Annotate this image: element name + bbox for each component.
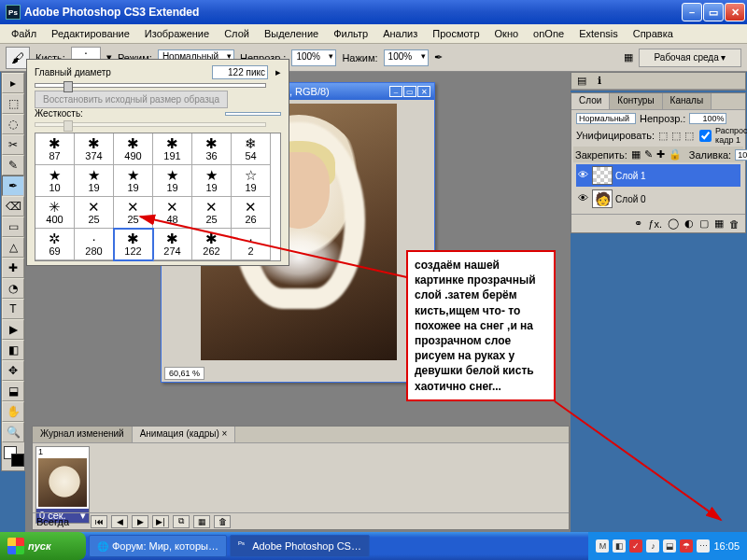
airbrush-icon[interactable]: ✒: [434, 51, 443, 63]
delete-frame-button[interactable]: 🗑: [214, 515, 231, 528]
menu-onOne[interactable]: onOne: [526, 25, 571, 42]
loop-select[interactable]: Всегда: [36, 516, 87, 527]
menu-Изображение[interactable]: Изображение: [137, 25, 217, 42]
brush-preset[interactable]: ★19: [75, 165, 114, 197]
layer-row[interactable]: 👁🧑Слой 0: [576, 188, 740, 210]
menu-Extensis[interactable]: Extensis: [571, 25, 626, 42]
tool-0[interactable]: ▸: [2, 73, 24, 93]
lock-transparent-icon[interactable]: ▦: [631, 148, 641, 161]
zoom-status[interactable]: 60,61 %: [164, 367, 204, 380]
opacity-input[interactable]: 100%: [291, 49, 336, 66]
brush-preset[interactable]: ☆19: [232, 165, 271, 197]
diameter-value[interactable]: 122 пикс: [212, 65, 268, 79]
workspace-select[interactable]: Рабочая среда ▾: [639, 49, 741, 67]
layer-opacity-input[interactable]: 100%: [689, 113, 726, 124]
trash-icon[interactable]: 🗑: [729, 218, 740, 230]
lock-all-icon[interactable]: 🔒: [669, 148, 682, 161]
tray-icon[interactable]: ⋯: [697, 539, 710, 553]
brush-preset[interactable]: ·2: [232, 229, 271, 260]
tool-5[interactable]: ✒: [2, 175, 24, 196]
close-button[interactable]: ✕: [725, 3, 745, 21]
brush-preset[interactable]: ❄54: [232, 133, 271, 165]
folder-icon[interactable]: ▢: [699, 217, 709, 230]
layer-row[interactable]: 👁Слой 1: [576, 164, 740, 187]
play-button[interactable]: ▶: [132, 515, 148, 528]
tool-15[interactable]: ⬓: [2, 381, 24, 401]
animation-tab[interactable]: Анимация (кадры) ×: [133, 427, 236, 442]
panel-tab[interactable]: Слои: [571, 93, 610, 109]
menu-Окно[interactable]: Окно: [487, 25, 527, 42]
visibility-icon[interactable]: 👁: [576, 192, 589, 205]
hardness-slider[interactable]: [35, 122, 266, 127]
lock-move-icon[interactable]: ✚: [656, 148, 665, 161]
link-layers-icon[interactable]: ⚭: [634, 217, 642, 230]
brush-preset[interactable]: ✕25: [192, 197, 232, 229]
brush-preset[interactable]: ✱122: [114, 229, 153, 260]
taskbar-item[interactable]: PsAdobe Photoshop CS…: [230, 535, 370, 557]
brush-preset[interactable]: ✕25: [75, 197, 114, 229]
next-frame-button[interactable]: ▶|: [152, 515, 169, 528]
brush-preset[interactable]: ★10: [35, 165, 75, 197]
brush-preset[interactable]: ★19: [153, 165, 192, 197]
brush-preset[interactable]: ✱87: [35, 133, 75, 165]
brush-preset[interactable]: ✱490: [114, 133, 153, 165]
tray-icon[interactable]: ⬓: [663, 539, 676, 553]
tool-2[interactable]: ◌: [2, 114, 24, 134]
hardness-value[interactable]: [225, 112, 281, 116]
brush-preset[interactable]: ★19: [192, 165, 232, 197]
info-tab-icon[interactable]: ℹ: [592, 73, 607, 89]
tool-8[interactable]: △: [2, 237, 24, 258]
brush-preset[interactable]: ✲69: [35, 229, 75, 260]
brush-preset[interactable]: ✱374: [75, 133, 114, 165]
brush-preset[interactable]: ✕48: [153, 197, 192, 229]
tool-14[interactable]: ✥: [2, 360, 24, 381]
brush-preset[interactable]: ✱191: [153, 133, 192, 165]
tool-4[interactable]: ✎: [2, 155, 24, 175]
tool-10[interactable]: ◔: [2, 278, 24, 299]
tool-13[interactable]: ◧: [2, 340, 24, 360]
tool-16[interactable]: ✋: [2, 401, 24, 422]
tray-icon[interactable]: M: [596, 539, 609, 553]
flow-input[interactable]: 100%: [384, 49, 429, 66]
doc-maximize-button[interactable]: ▭: [403, 86, 416, 97]
menu-Редактирование[interactable]: Редактирование: [44, 25, 137, 42]
layer-blend-select[interactable]: Нормальный: [576, 113, 636, 124]
propagate-checkbox[interactable]: [699, 130, 712, 142]
visibility-icon[interactable]: 👁: [576, 169, 589, 182]
panel-menu-icon[interactable]: ▸: [275, 66, 281, 78]
history-tab[interactable]: Журнал изменений: [33, 427, 133, 442]
tool-12[interactable]: ▶: [2, 319, 24, 340]
unify-icon[interactable]: ⬚: [658, 130, 668, 142]
nav-tab-icon[interactable]: ▤: [571, 73, 592, 89]
tool-9[interactable]: ✚: [2, 258, 24, 278]
tool-17[interactable]: 🔍: [2, 422, 24, 442]
panel-tab[interactable]: Контуры: [610, 93, 662, 109]
tray-icon[interactable]: ☂: [680, 539, 693, 553]
clock[interactable]: 16:05: [713, 540, 740, 552]
tray-icon[interactable]: ✓: [629, 539, 642, 553]
adjust-icon[interactable]: ◐: [684, 217, 694, 230]
doc-close-button[interactable]: ✕: [417, 86, 430, 97]
taskbar-item[interactable]: 🌐Форум: Мир, которы…: [89, 535, 227, 557]
brush-preset[interactable]: ✱274: [153, 229, 192, 260]
minimize-button[interactable]: –: [682, 3, 702, 21]
new-layer-icon[interactable]: ▦: [714, 217, 724, 230]
tray-icon[interactable]: ◧: [613, 539, 626, 553]
tool-1[interactable]: ⬚: [2, 93, 24, 114]
color-swatches[interactable]: [2, 442, 24, 470]
tool-7[interactable]: ▭: [2, 217, 24, 237]
brush-preset[interactable]: ✱262: [192, 229, 232, 260]
lock-paint-icon[interactable]: ✎: [644, 148, 653, 161]
brush-preset[interactable]: ✳400: [35, 197, 75, 229]
panel-tab[interactable]: Каналы: [663, 93, 712, 109]
unify-icon[interactable]: ⬚: [671, 130, 681, 142]
unify-icon[interactable]: ⬚: [684, 130, 694, 142]
brush-preset[interactable]: ★19: [114, 165, 153, 197]
palette-well-icon[interactable]: ▦: [624, 51, 633, 63]
menu-Фильтр[interactable]: Фильтр: [326, 25, 375, 42]
menu-Выделение[interactable]: Выделение: [257, 25, 326, 42]
brush-preset[interactable]: ·280: [75, 229, 114, 260]
menu-Слой[interactable]: Слой: [217, 25, 257, 42]
brush-preset[interactable]: ✕26: [232, 197, 271, 229]
brush-preset[interactable]: ✱36: [192, 133, 232, 165]
